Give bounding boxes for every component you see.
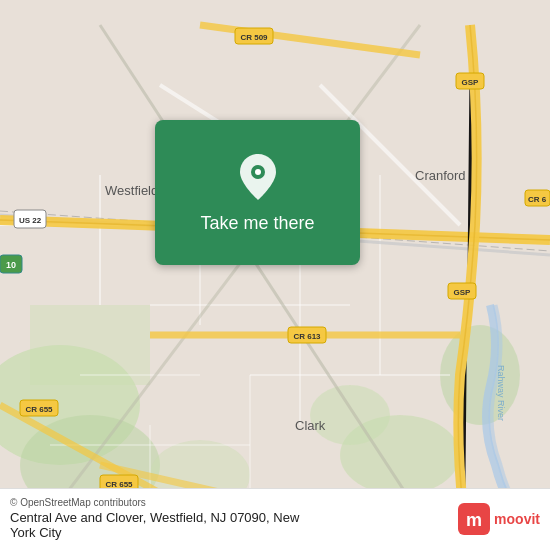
svg-text:CR 613: CR 613	[293, 332, 321, 341]
svg-text:Clark: Clark	[295, 418, 326, 433]
svg-text:Cranford: Cranford	[415, 168, 466, 183]
svg-text:Westfield: Westfield	[105, 183, 158, 198]
take-me-there-button[interactable]: Take me there	[155, 120, 360, 265]
address-text-1: Central Ave and Clover, Westfield, NJ 07…	[10, 510, 299, 525]
svg-point-54	[255, 169, 261, 175]
svg-text:GSP: GSP	[462, 78, 480, 87]
svg-text:10: 10	[6, 260, 16, 270]
svg-text:GSP: GSP	[454, 288, 472, 297]
svg-text:m: m	[466, 510, 482, 530]
svg-text:US 22: US 22	[19, 216, 42, 225]
moovit-logo: m moovit	[458, 503, 540, 535]
address-text-2: York City	[10, 525, 62, 540]
svg-point-3	[440, 325, 520, 425]
svg-rect-4	[30, 305, 150, 385]
moovit-icon: m	[458, 503, 490, 535]
bottom-bar: © OpenStreetMap contributors Central Ave…	[0, 488, 550, 550]
map-container: US 22 10 CR 509 CR 6 GSP GSP CR 613 CR 6…	[0, 0, 550, 550]
svg-text:CR 655: CR 655	[25, 405, 53, 414]
osm-credit: © OpenStreetMap contributors	[10, 497, 299, 508]
svg-text:CR 6: CR 6	[528, 195, 547, 204]
svg-text:CR 509: CR 509	[240, 33, 268, 42]
bottom-info: © OpenStreetMap contributors Central Ave…	[10, 497, 299, 540]
address-line: Central Ave and Clover, Westfield, NJ 07…	[10, 510, 299, 540]
location-pin-icon	[238, 152, 278, 205]
moovit-brand-text: moovit	[494, 512, 540, 526]
take-me-there-label: Take me there	[200, 213, 314, 234]
svg-text:Rahway River: Rahway River	[496, 365, 506, 421]
svg-point-7	[310, 385, 390, 445]
